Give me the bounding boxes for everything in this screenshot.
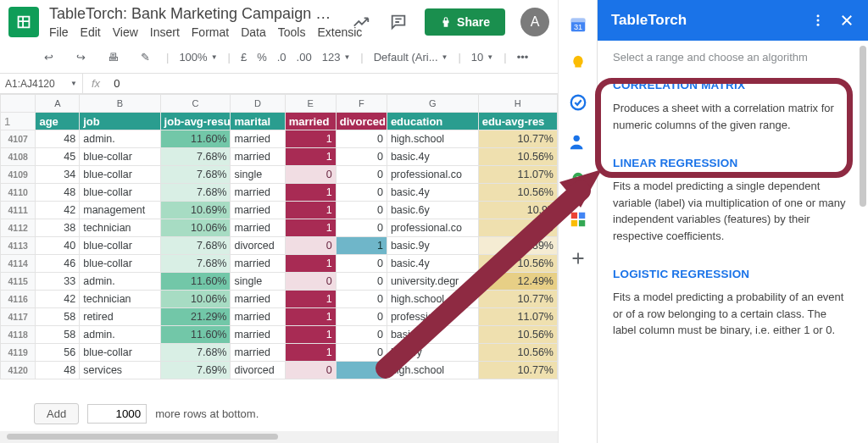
cell[interactable]: 1 xyxy=(336,237,387,255)
cell[interactable]: 0 xyxy=(336,219,387,237)
table-row[interactable]: 410845blue-collar7.68%married10basic.4y1… xyxy=(1,148,558,166)
cell[interactable]: 10.06% xyxy=(160,291,231,308)
calendar-icon[interactable]: 31 xyxy=(569,15,587,34)
cell[interactable]: 7.68% xyxy=(160,148,231,166)
cell[interactable]: 10.97 xyxy=(478,202,557,219)
table-row[interactable]: 411446blue-collar7.68%married10basic.4y1… xyxy=(1,255,558,273)
cell[interactable]: basic.9y xyxy=(387,237,478,255)
cell[interactable]: 34 xyxy=(36,166,80,184)
cell[interactable]: 10.77% xyxy=(478,130,557,148)
cell[interactable]: 10.56% xyxy=(478,184,557,202)
percent-button[interactable]: % xyxy=(257,51,267,64)
cell[interactable]: 46 xyxy=(36,255,80,273)
row-number[interactable]: 4107 xyxy=(1,130,36,148)
cell[interactable]: 1 xyxy=(285,291,336,308)
cell[interactable]: 58 xyxy=(36,326,80,344)
field-header[interactable]: divorced xyxy=(336,113,387,130)
document-title[interactable]: TableTorch: Bank Marketing Campaign Exam… xyxy=(49,5,340,23)
spreadsheet-grid[interactable]: ABCDEFGH1agejobjob-avg-resumaritalmarrie… xyxy=(0,94,558,396)
add-rows-button[interactable]: Add xyxy=(34,403,79,424)
cell[interactable]: 0 xyxy=(336,166,387,184)
cell[interactable]: 38 xyxy=(36,219,80,237)
cell[interactable]: technician xyxy=(80,291,160,308)
cell[interactable]: 10.56% xyxy=(478,344,557,362)
add-rows-count-input[interactable] xyxy=(87,404,147,424)
algorithm-option[interactable]: CORRELATION MATRIXProduces a sheet with … xyxy=(613,79,853,133)
cell[interactable]: high.school xyxy=(387,130,478,148)
addon-menu-icon[interactable] xyxy=(810,13,826,28)
table-row[interactable]: 411238technician10.06%married10professio… xyxy=(1,219,558,237)
cell[interactable]: 7.68% xyxy=(160,166,231,184)
cell[interactable]: 1 xyxy=(285,202,336,219)
redo-icon[interactable]: ↪ xyxy=(70,46,92,68)
cell[interactable]: 10.56% xyxy=(478,326,557,344)
field-header[interactable]: age xyxy=(36,113,80,130)
column-header[interactable]: D xyxy=(231,95,285,113)
cell[interactable]: 1 xyxy=(285,148,336,166)
table-row[interactable]: 411758retired21.29%married10profession11… xyxy=(1,308,558,326)
cell[interactable]: 0 xyxy=(336,202,387,219)
field-header[interactable]: 1 xyxy=(1,113,36,130)
cell[interactable]: 1 xyxy=(285,255,336,273)
cell[interactable]: 1 xyxy=(336,362,387,379)
cell[interactable]: profession xyxy=(387,308,478,326)
cell[interactable]: retired xyxy=(80,308,160,326)
cell[interactable]: services xyxy=(80,362,160,379)
addon-scrollbar[interactable] xyxy=(860,46,866,438)
undo-icon[interactable]: ↩ xyxy=(37,46,59,68)
cell[interactable]: 45 xyxy=(36,148,80,166)
currency-button[interactable]: £ xyxy=(241,51,247,64)
column-header[interactable] xyxy=(1,95,36,113)
menu-data[interactable]: Data xyxy=(241,25,266,39)
cell[interactable]: 11.0 xyxy=(478,219,557,237)
cell[interactable]: 48 xyxy=(36,184,80,202)
account-avatar[interactable]: A xyxy=(520,8,549,36)
horizontal-scrollbar[interactable] xyxy=(0,431,558,443)
menu-tools[interactable]: Tools xyxy=(278,25,306,39)
cell[interactable]: 1 xyxy=(285,326,336,344)
row-number[interactable]: 4120 xyxy=(1,362,36,379)
cell[interactable]: 11.07% xyxy=(478,308,557,326)
cell[interactable]: 58 xyxy=(36,308,80,326)
cell[interactable]: basic.4y xyxy=(387,148,478,166)
cell[interactable]: 10.06% xyxy=(160,219,231,237)
table-row[interactable]: 411533admin.11.60%single00university.deg… xyxy=(1,273,558,291)
cell[interactable]: 0 xyxy=(336,255,387,273)
paint-format-icon[interactable]: ✎ xyxy=(134,46,156,68)
cell[interactable]: 11.60% xyxy=(160,273,231,291)
keep-icon[interactable] xyxy=(569,54,587,73)
field-header[interactable]: job-avg-resu xyxy=(160,113,231,130)
menu-format[interactable]: Format xyxy=(192,25,229,39)
cell[interactable]: 10.77% xyxy=(478,291,557,308)
cell[interactable]: admin. xyxy=(80,273,160,291)
row-number[interactable]: 4117 xyxy=(1,308,36,326)
menu-file[interactable]: File xyxy=(49,25,69,39)
cell[interactable]: married xyxy=(231,130,285,148)
cell[interactable]: 12.49% xyxy=(478,273,557,291)
formula-input[interactable]: 0 xyxy=(108,77,125,90)
cell[interactable]: single xyxy=(231,166,285,184)
cell[interactable]: blue-collar xyxy=(80,237,160,255)
cell[interactable]: 0 xyxy=(336,130,387,148)
cell[interactable]: 40 xyxy=(36,237,80,255)
row-number[interactable]: 4114 xyxy=(1,255,36,273)
tabletorch-addon-icon[interactable] xyxy=(569,210,587,229)
field-header[interactable]: education xyxy=(387,113,478,130)
decrease-decimal-button[interactable]: .0 xyxy=(277,51,287,64)
maps-icon[interactable] xyxy=(569,171,587,190)
cell[interactable]: 0 xyxy=(285,237,336,255)
cell[interactable]: 1 xyxy=(285,130,336,148)
cell[interactable]: 42 xyxy=(36,291,80,308)
field-header[interactable]: married xyxy=(285,113,336,130)
table-row[interactable]: 410748admin.11.60%married10high.school10… xyxy=(1,130,558,148)
cell[interactable]: 7.68% xyxy=(160,344,231,362)
table-row[interactable]: 411142management10.69%married10basic.6y1… xyxy=(1,202,558,219)
cell[interactable]: single xyxy=(231,273,285,291)
column-header[interactable]: B xyxy=(80,95,160,113)
cell[interactable]: management xyxy=(80,202,160,219)
cell[interactable]: basic.6y xyxy=(387,202,478,219)
cell[interactable]: 21.29% xyxy=(160,308,231,326)
cell[interactable]: bas 4y xyxy=(387,344,478,362)
row-number[interactable]: 4112 xyxy=(1,219,36,237)
column-header[interactable]: C xyxy=(160,95,231,113)
